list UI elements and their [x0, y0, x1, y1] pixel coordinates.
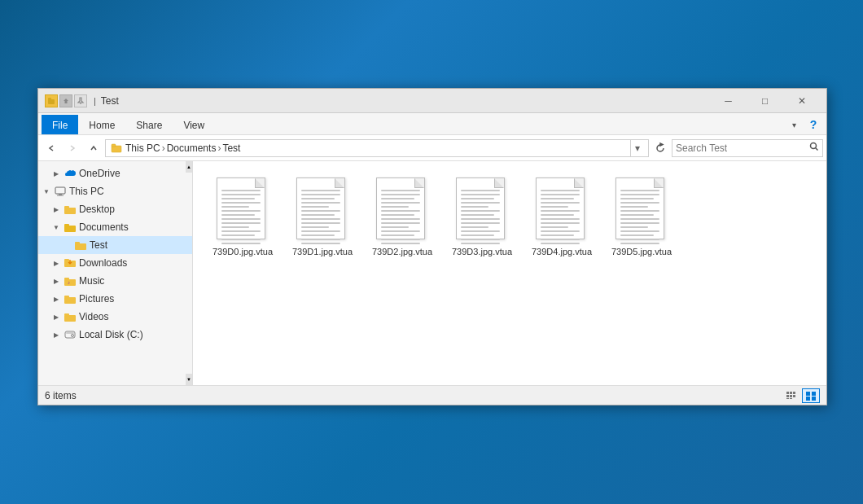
file-thumb — [456, 177, 508, 243]
ribbon-more-button[interactable]: ▾ — [784, 115, 804, 134]
tab-file[interactable]: File — [42, 115, 78, 134]
sidebar-item-videos[interactable]: ▶ Videos — [38, 308, 192, 326]
svg-marker-4 — [660, 143, 663, 146]
svg-rect-33 — [793, 395, 795, 397]
svg-rect-15 — [75, 242, 80, 244]
expand-arrow-thispc: ▼ — [42, 186, 51, 196]
svg-rect-29 — [790, 392, 792, 394]
file-thumb — [376, 177, 428, 243]
localdisk-icon — [64, 328, 77, 341]
file-thumb — [536, 177, 588, 243]
tab-view[interactable]: View — [173, 115, 215, 134]
svg-rect-31 — [786, 395, 789, 397]
title-bar-icons — [45, 94, 87, 107]
svg-rect-11 — [64, 206, 69, 208]
address-path[interactable]: This PC › Documents › Test ▾ — [105, 139, 649, 157]
quick-access-icon3 — [74, 94, 87, 107]
svg-point-27 — [72, 335, 74, 337]
sidebar-label-desktop: Desktop — [79, 204, 115, 215]
sidebar-item-music[interactable]: ▶ ♪ Music — [38, 272, 192, 290]
quick-access-icon2 — [59, 94, 72, 107]
expand-arrow-downloads: ▶ — [51, 258, 61, 268]
sidebar-item-thispc[interactable]: ▼ This PC — [38, 182, 192, 200]
ribbon-tab-bar: File Home Share View ▾ ? — [38, 113, 826, 134]
sidebar-label-localdisk: Local Disk (C:) — [79, 329, 143, 340]
main-content: ▲ ▶ OneDrive ▼ This PC ▶ — [38, 161, 826, 385]
quick-access-icon1 — [45, 94, 58, 107]
help-button[interactable]: ? — [804, 115, 823, 134]
svg-rect-37 — [812, 392, 816, 396]
search-icon[interactable] — [809, 142, 819, 154]
sidebar-scroll-down[interactable]: ▼ — [186, 374, 192, 385]
sidebar-item-documents[interactable]: ▼ Documents — [38, 218, 192, 236]
svg-rect-23 — [64, 315, 76, 322]
file-thumb — [217, 177, 269, 243]
search-input[interactable] — [676, 142, 809, 154]
explorer-window: | Test ─ □ ✕ File Home Share View ▾ ? — [37, 88, 827, 405]
svg-rect-24 — [64, 313, 69, 316]
sidebar-label-documents: Documents — [79, 221, 129, 233]
svg-rect-1 — [48, 98, 51, 100]
svg-rect-10 — [64, 208, 76, 214]
file-item-4[interactable]: 739D4.jpg.vtua — [525, 174, 598, 261]
music-icon: ♪ — [64, 274, 77, 287]
window-controls: ─ □ ✕ — [710, 89, 820, 113]
tab-home[interactable]: Home — [78, 115, 125, 134]
svg-rect-12 — [64, 226, 76, 232]
path-test[interactable]: Test — [222, 142, 240, 154]
expand-arrow-test — [61, 240, 71, 250]
path-thispc[interactable]: This PC — [125, 142, 160, 154]
back-button[interactable] — [42, 138, 61, 158]
svg-rect-28 — [786, 392, 789, 394]
maximize-button[interactable]: □ — [747, 89, 783, 113]
status-bar: 6 items — [38, 385, 826, 405]
up-button[interactable] — [84, 138, 103, 158]
svg-line-6 — [816, 148, 818, 151]
svg-rect-18 — [64, 279, 76, 286]
svg-rect-7 — [55, 187, 65, 194]
documents-icon — [64, 221, 77, 234]
list-view-button[interactable] — [782, 388, 800, 403]
search-box[interactable] — [672, 139, 823, 157]
svg-text:♪: ♪ — [68, 280, 70, 285]
sidebar-scroll-up[interactable]: ▲ — [186, 161, 192, 173]
file-item-2[interactable]: 739D2.jpg.vtua — [366, 174, 439, 261]
file-thumb — [615, 177, 668, 243]
svg-rect-30 — [793, 392, 795, 394]
sidebar-label-downloads: Downloads — [79, 257, 127, 269]
file-area: 739D0.jpg.vtua 739D1.jpg.vtua 739D2.jpg.… — [193, 161, 826, 385]
expand-arrow-music: ▶ — [51, 276, 61, 286]
svg-rect-38 — [806, 397, 810, 401]
sidebar-label-thispc: This PC — [69, 186, 104, 197]
sidebar-item-test[interactable]: Test — [38, 236, 192, 254]
downloads-icon — [64, 256, 77, 270]
sidebar-item-pictures[interactable]: ▶ Pictures — [38, 290, 192, 308]
sidebar-item-downloads[interactable]: ▶ Downloads — [38, 254, 192, 272]
sidebar-label-test: Test — [90, 239, 107, 251]
sidebar-label-onedrive: OneDrive — [79, 168, 120, 179]
sidebar-item-localdisk[interactable]: ▶ Local Disk (C:) — [38, 326, 192, 344]
minimize-button[interactable]: ─ — [710, 89, 747, 113]
forward-button[interactable] — [63, 138, 82, 158]
file-item-3[interactable]: 739D3.jpg.vtua — [445, 174, 519, 261]
tab-share[interactable]: Share — [125, 115, 173, 134]
path-documents[interactable]: Documents — [167, 142, 217, 154]
expand-arrow-documents: ▼ — [51, 222, 61, 232]
expand-arrow-localdisk: ▶ — [51, 330, 61, 340]
sidebar-item-onedrive[interactable]: ▶ OneDrive — [38, 164, 192, 182]
large-icon-view-button[interactable] — [802, 388, 820, 403]
view-buttons — [782, 388, 820, 403]
title-bar: | Test ─ □ ✕ — [38, 89, 826, 113]
close-button[interactable]: ✕ — [783, 89, 820, 113]
svg-rect-22 — [64, 296, 69, 298]
svg-rect-3 — [112, 144, 116, 147]
file-item-5[interactable]: 739D5.jpg.vtua — [605, 174, 678, 261]
sidebar-item-desktop[interactable]: ▶ Desktop — [38, 200, 192, 218]
refresh-button[interactable] — [651, 138, 670, 158]
file-item-1[interactable]: 739D1.jpg.vtua — [286, 174, 359, 261]
address-dropdown[interactable]: ▾ — [630, 139, 643, 157]
file-item-0[interactable]: 739D0.jpg.vtua — [206, 174, 279, 261]
pictures-icon — [64, 292, 77, 305]
expand-arrow-desktop: ▶ — [51, 204, 61, 214]
svg-rect-13 — [64, 224, 69, 226]
